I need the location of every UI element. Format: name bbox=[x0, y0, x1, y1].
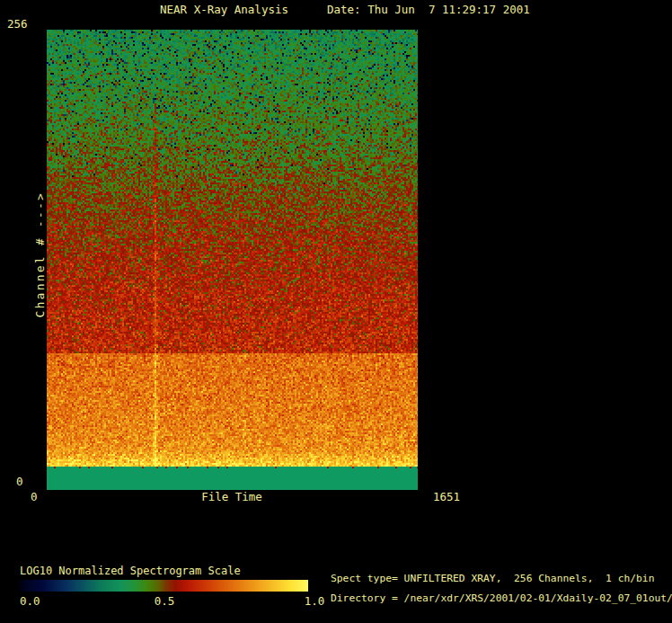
spect-type-info: Spect type= UNFILTERED XRAY, 256 Channel… bbox=[331, 573, 654, 584]
date-label: Date: Thu Jun 7 11:29:17 2001 bbox=[327, 4, 530, 15]
page-title: NEAR X-Ray Analysis bbox=[160, 4, 288, 15]
spectrogram-plot bbox=[47, 30, 418, 490]
near-xray-analysis-window: NEAR X-Ray Analysis Date: Thu Jun 7 11:2… bbox=[0, 0, 672, 623]
colorbar-tick-max: 1.0 bbox=[305, 595, 325, 607]
x-axis-max-label: 1651 bbox=[433, 491, 460, 503]
y-axis-title: Channel # ---> bbox=[34, 191, 46, 317]
colorbar-gradient bbox=[20, 580, 308, 592]
y-axis-max-label: 256 bbox=[7, 18, 28, 30]
colorbar-tick-mid: 0.5 bbox=[155, 595, 175, 607]
colorbar-tick-min: 0.0 bbox=[20, 595, 40, 607]
directory-info: Directory = /near/xdr/XRS/2001/02-01/Xda… bbox=[331, 592, 672, 604]
y-axis-min-label: 0 bbox=[16, 476, 23, 487]
x-axis-min-label: 0 bbox=[31, 491, 38, 503]
x-axis-title: File Time bbox=[201, 491, 262, 503]
colorbar-title: LOG10 Normalized Spectrogram Scale bbox=[20, 565, 241, 577]
